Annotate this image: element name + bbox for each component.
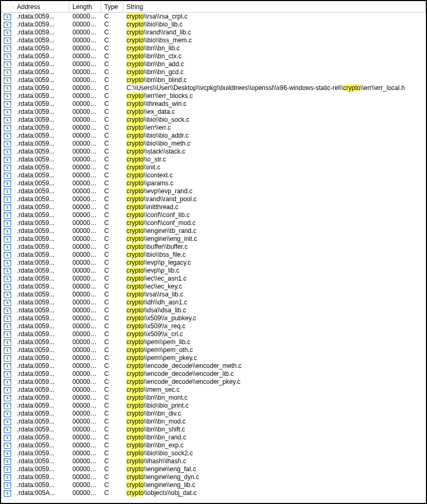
table-row[interactable]: 's'.rdata:0059...00000011Ccrypto\\contex…: [1, 172, 426, 179]
length-cell: 00000015: [69, 76, 101, 84]
address-cell: .rdata:0059...: [14, 426, 69, 434]
table-row[interactable]: 's'.rdata:0059...00000018Ccrypto\\err\\e…: [1, 92, 426, 100]
table-row[interactable]: 's'.rdata:0059...00000013Ccrypto\\evp\\p…: [1, 267, 426, 275]
table-row[interactable]: 's'.rdata:0059...00000013Ccrypto\\bn\\bn…: [1, 418, 426, 426]
table-row[interactable]: 's'.rdata:0059...00000010Ccrypto\\params…: [1, 179, 426, 187]
type-cell: C: [101, 235, 123, 243]
table-row[interactable]: 's'.rdata:0059...00000018Ccrypto\\engine…: [1, 465, 426, 473]
table-row[interactable]: 's'.rdata:0059...00000014Ccrypto\\bn\\bn…: [1, 434, 426, 442]
table-row[interactable]: 's'.rdata:0059...00000016Ccrypto\\pem\\p…: [1, 354, 426, 362]
table-row[interactable]: 's'.rdata:0059...0000005DCC:\\Users\\Use…: [1, 84, 426, 92]
column-header-length[interactable]: Length: [69, 2, 101, 12]
table-row[interactable]: 's'.rdata:0059...00000015Ccrypto\\bn\\bn…: [1, 426, 426, 434]
table-row[interactable]: 's'.rdata:0059...00000017Ccrypto\\x509\\…: [1, 314, 426, 322]
string-icon: 's': [1, 474, 14, 481]
length-cell: 00000015: [69, 291, 101, 299]
table-row[interactable]: 's'.rdata:0059...00000017Ccrypto\\conf\\…: [1, 211, 426, 219]
address-cell: .rdata:0059...: [14, 132, 69, 140]
table-row[interactable]: 's'.rdata:0059...00000013Ccrypto\\bn\\bn…: [1, 410, 426, 418]
table-row[interactable]: 's'.rdata:0059...00000015Ccrypto\\stack\…: [1, 148, 426, 156]
string-cell: crypto\\engine\\tb_rand.c: [123, 227, 426, 235]
table-row[interactable]: 's'.rdata:0059...00000014Ccrypto\\x509\\…: [1, 330, 426, 338]
table-row[interactable]: 's'.rdata:0059...00000016Ccrypto\\evp\\e…: [1, 187, 426, 195]
table-row[interactable]: 's'.rdata:0059...00000015Ccrypto\\rsa\\r…: [1, 291, 426, 299]
table-row[interactable]: 's'.rdata:0059...00000015Ccrypto\\lhash\…: [1, 457, 426, 465]
address-cell: .rdata:0059...: [14, 465, 69, 473]
table-row[interactable]: 's'.rdata:0059...00000016Ccrypto\\bio\\b…: [1, 251, 426, 259]
column-header-string[interactable]: String: [123, 2, 426, 12]
table-row[interactable]: 's'.rdata:0059...00000018Ccrypto\\engine…: [1, 227, 426, 235]
table-row[interactable]: 's'.rdata:0059...00000014Ccrypto\\x509\\…: [1, 322, 426, 330]
table-row[interactable]: 's'.rdata:0059...00000016Ccrypto\\bio\\b…: [1, 132, 426, 140]
table-row[interactable]: 's'.rdata:0059...00000017Ccrypto\\bio\\b…: [1, 449, 426, 457]
type-cell: C: [101, 259, 123, 267]
string-cell: crypto\\stack\\stack.c: [123, 148, 426, 156]
column-header-type[interactable]: Type: [101, 2, 123, 12]
table-row[interactable]: 's'.rdata:0059...00000023Ccrypto\\encode…: [1, 370, 426, 378]
table-row[interactable]: 's'.rdata:0059...00000015Ccrypto\\dsa\\d…: [1, 307, 426, 314]
string-cell: crypto\\x509\\x_pubkey.c: [123, 314, 426, 322]
address-cell: .rdata:0059...: [14, 394, 69, 402]
string-cell: crypto\\bio\\bio_sock.c: [123, 116, 426, 124]
table-row[interactable]: 's'.rdata:0059...00000014Ccrypto\\ec\\ec…: [1, 275, 426, 283]
string-cell: crypto\\ex_data.c: [123, 108, 426, 116]
length-cell: 00000010: [69, 179, 101, 187]
string-icon: 's': [1, 14, 14, 20]
table-row[interactable]: 's'.rdata:0059...00000017Ccrypto\\rand\\…: [1, 29, 426, 37]
table-row[interactable]: 's'.rdata:0059...0000000ECcrypto\\init.c: [1, 164, 426, 172]
table-row[interactable]: 's'.rdata:0059...00000017Ccrypto\\bio\\b…: [1, 402, 426, 410]
string-icon: 's': [1, 149, 14, 155]
type-cell: C: [101, 410, 123, 418]
table-row[interactable]: 's'.rdata:0059...00000015Ccrypto\\pem\\p…: [1, 346, 426, 354]
table-row[interactable]: 's'.rdata:0059...00000016Ccrypto\\bio\\b…: [1, 116, 426, 124]
table-row[interactable]: 's'.rdata:0059...00000014Ccrypto\\initth…: [1, 203, 426, 211]
column-header-icon[interactable]: [1, 5, 14, 8]
table-row[interactable]: 's'.rdata:0059...00000016Ccrypto\\bio\\b…: [1, 140, 426, 148]
table-row[interactable]: 's'.rdata:0059...00000013Ccrypto\\bn\\bn…: [1, 60, 426, 68]
string-icon: 's': [1, 204, 14, 211]
string-cell: crypto\\rsa\\rsa_crpt.c: [123, 13, 426, 21]
table-row[interactable]: 's'.rdata:0059...00000018Ccrypto\\engine…: [1, 473, 426, 481]
table-row[interactable]: 's'.rdata:0059...00000013Ccrypto\\bn\\bn…: [1, 68, 426, 76]
string-icon: 's': [1, 300, 14, 306]
string-icon: 's': [1, 419, 14, 425]
table-row[interactable]: 's'.rdata:0059...00000011Ccrypto\\err\\e…: [1, 124, 426, 132]
address-cell: .rdata:0059...: [14, 100, 69, 108]
length-cell: 00000018: [69, 227, 101, 235]
table-row[interactable]: 's'.rdata:0059...00000016Ccrypto\\evp\\p…: [1, 259, 426, 267]
type-cell: C: [101, 489, 123, 497]
column-header-address[interactable]: Address: [14, 2, 69, 12]
table-row[interactable]: 's'.rdata:0059...00000013Ccrypto\\bn\\bn…: [1, 44, 426, 52]
table-row[interactable]: 's'.rdata:0059...00000013Ccrypto\\bn\\bn…: [1, 52, 426, 60]
table-row[interactable]: 's'.rdata:0059...00000015Ccrypto\\thread…: [1, 100, 426, 108]
table-row[interactable]: 's'.rdata:0059...0000000FCcrypto\\o_str.…: [1, 156, 426, 164]
string-cell: crypto\\mem_sec.c: [123, 386, 426, 394]
table-row[interactable]: 's'.rdata:0059...00000014Ccrypto\\dh\\dh…: [1, 299, 426, 307]
table-row[interactable]: 's'.rdata:0059...00000018Ccrypto\\rand\\…: [1, 195, 426, 203]
length-cell: 00000018: [69, 473, 101, 481]
table-row[interactable]: 's'.rdata:0059...00000011Ccrypto\\ex_dat…: [1, 108, 426, 116]
table-row[interactable]: 's'.rdata:0059...00000013Ccrypto\\bn\\bn…: [1, 442, 426, 449]
table-row[interactable]: 's'.rdata:0059...00000017Ccrypto\\conf\\…: [1, 219, 426, 227]
table-row[interactable]: 's'.rdata:0059...00000015Ccrypto\\pem\\p…: [1, 338, 426, 346]
table-row[interactable]: 's'.rdata:0059...00000013Ccrypto\\ec\\ec…: [1, 283, 426, 291]
table-row[interactable]: 's'.rdata:0059...00000016Ccrypto\\rsa\\r…: [1, 13, 426, 21]
table-row[interactable]: 's'.rdata:0059...00000018Ccrypto\\engine…: [1, 481, 426, 489]
string-icon: 's': [1, 268, 14, 274]
table-row[interactable]: 's'.rdata:0059...00000011Ccrypto\\mem_se…: [1, 386, 426, 394]
address-cell: .rdata:0059...: [14, 219, 69, 227]
string-icon: 's': [1, 490, 14, 497]
table-row[interactable]: 's'.rdata:0059...00000019Ccrypto\\engine…: [1, 235, 426, 243]
table-row[interactable]: 's'.rdata:0059...00000014Ccrypto\\bn\\bn…: [1, 394, 426, 402]
type-cell: C: [101, 481, 123, 489]
table-row[interactable]: 's'.rdata:0059...00000024Ccrypto\\encode…: [1, 378, 426, 386]
table-row[interactable]: 's'.rdata:005A...00000019Ccrypto\\object…: [1, 489, 426, 497]
table-row[interactable]: 's'.rdata:0059...00000015Ccrypto\\bn\\bn…: [1, 76, 426, 84]
table-row[interactable]: 's'.rdata:0059...00000015Ccrypto\\bio\\b…: [1, 21, 426, 29]
table-row[interactable]: 's'.rdata:0059...00000017Ccrypto\\buffer…: [1, 243, 426, 251]
string-cell: crypto\\engine\\eng_dyn.c: [123, 473, 426, 481]
length-cell: 00000014: [69, 203, 101, 211]
address-cell: .rdata:0059...: [14, 172, 69, 179]
table-row[interactable]: 's'.rdata:0059...00000015Ccrypto\\bio\\b…: [1, 37, 426, 44]
table-row[interactable]: 's'.rdata:0059...00000024Ccrypto\\encode…: [1, 362, 426, 370]
